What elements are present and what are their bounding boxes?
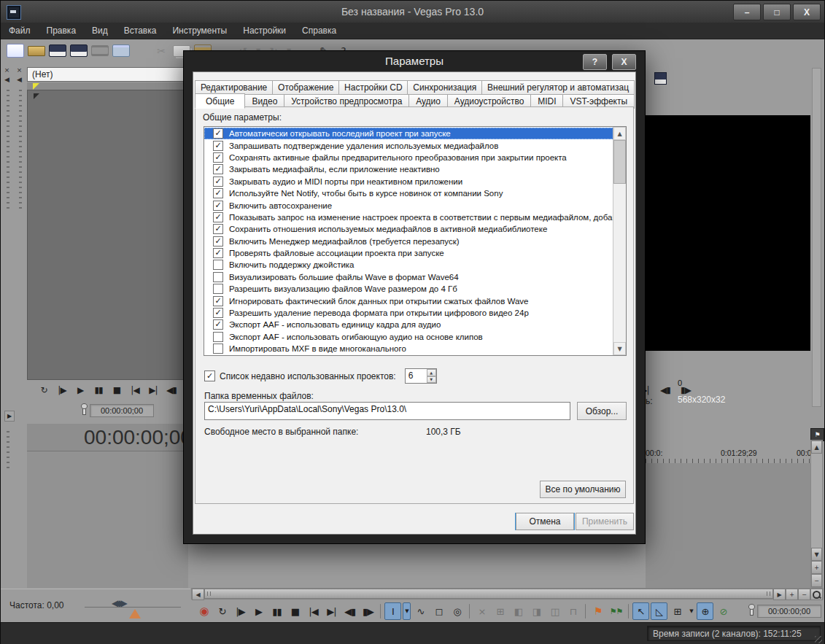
video-preview[interactable]: [646, 115, 810, 351]
transport-tool-button[interactable]: ◎: [449, 602, 465, 620]
recent-count-value[interactable]: 6: [406, 369, 427, 383]
dialog-tab[interactable]: Общие: [195, 93, 245, 109]
transport-tool-button[interactable]: ⊞: [492, 602, 508, 620]
option-checkbox[interactable]: ✓: [213, 236, 223, 247]
option-row[interactable]: ✓ Разрешить удаление перевода формата пр…: [204, 307, 613, 319]
transport-tool-button[interactable]: ◀▮: [341, 602, 358, 620]
menu-item[interactable]: Настройки: [235, 23, 294, 38]
transport-tool-button[interactable]: ▼: [403, 602, 411, 620]
transport-tool-button[interactable]: ▶: [250, 602, 267, 620]
transport-tool-button[interactable]: ▮▶: [360, 602, 376, 620]
option-row[interactable]: ✓ Сохранить отношения используемых медиа…: [204, 223, 613, 235]
rate-slider-track[interactable]: [85, 607, 181, 608]
transport-tool-button[interactable]: ↖: [632, 602, 649, 620]
zoom-out-time-button[interactable]: −: [798, 589, 810, 600]
scroll-up-icon[interactable]: ▲: [811, 441, 822, 454]
apply-button[interactable]: Применить: [576, 513, 634, 530]
option-row[interactable]: ✓ Игнорировать фактический блок данных п…: [204, 295, 613, 306]
dialog-tab[interactable]: Редактирование: [195, 80, 273, 95]
spin-down-icon[interactable]: ▼: [427, 376, 436, 384]
option-checkbox[interactable]: ✓: [213, 201, 223, 211]
close-button[interactable]: X: [793, 4, 821, 20]
dialog-close-button[interactable]: X: [612, 54, 636, 70]
toolbar-button-icon[interactable]: [70, 44, 88, 57]
zoom-out-track-button[interactable]: −: [811, 574, 822, 587]
recent-count-spinner[interactable]: 6 ▲ ▼: [405, 368, 437, 384]
transport-tool-button[interactable]: ◧: [510, 602, 527, 620]
options-list[interactable]: ✓ Автоматически открывать последний прое…: [204, 126, 627, 356]
transport-button-icon[interactable]: ◀▮: [163, 383, 179, 397]
option-checkbox[interactable]: [213, 272, 223, 282]
transport-button-icon[interactable]: ■: [109, 383, 125, 397]
scroll-left-icon[interactable]: ◀: [192, 589, 204, 600]
transport-tool-button[interactable]: ⊕: [697, 602, 713, 620]
track-header-area[interactable]: [27, 451, 188, 588]
transport-button-icon[interactable]: ▶: [72, 383, 88, 397]
dock-close-icon[interactable]: ×: [2, 65, 12, 74]
option-checkbox[interactable]: ✓: [213, 141, 223, 151]
dialog-tab[interactable]: Синхронизация: [407, 80, 482, 95]
option-checkbox[interactable]: ✓: [213, 319, 223, 330]
option-row[interactable]: ✓ Проверять файловые ассоциации проекта …: [204, 247, 613, 259]
toolbar-button-icon[interactable]: [91, 45, 109, 56]
scroll-up-icon[interactable]: ▲: [613, 127, 626, 140]
zoom-in-time-button[interactable]: +: [786, 589, 798, 600]
option-checkbox[interactable]: ✓: [213, 152, 223, 163]
option-checkbox[interactable]: ✓: [213, 224, 223, 234]
rate-marker-icon[interactable]: [129, 609, 141, 618]
transport-tool-button[interactable]: ▼: [687, 602, 695, 620]
option-row[interactable]: Визуализировать большие файлы Wave в фор…: [204, 271, 613, 283]
transport-button-icon[interactable]: |▶: [54, 383, 70, 397]
hscroll-thumb[interactable]: [204, 589, 773, 599]
timeline-timecode-display[interactable]: 00:00:00;00: [27, 424, 188, 451]
transport-tool-button[interactable]: ◺: [651, 602, 667, 620]
option-row[interactable]: Экспорт AAF - использовать огибающую ауд…: [204, 331, 613, 343]
option-checkbox[interactable]: ✓: [213, 164, 223, 174]
transport-button-icon[interactable]: |◀: [127, 383, 143, 397]
right-scrollbar[interactable]: [812, 68, 821, 407]
transport-tool-button[interactable]: |▶: [232, 602, 249, 620]
dock-collapse-icon[interactable]: ◀: [2, 74, 12, 84]
option-checkbox[interactable]: ✓: [213, 212, 223, 222]
option-checkbox[interactable]: ✓: [213, 176, 223, 187]
option-row[interactable]: ✓ Показывать запрос на изменение настрое…: [204, 212, 613, 223]
dock-grip-handle[interactable]: [7, 431, 9, 470]
timeline-ruler[interactable]: 0:01:29;2900:01:44;2900:0:: [646, 447, 810, 464]
temp-folder-input[interactable]: C:\Users\Yuri\AppData\Local\Sony\Vegas P…: [204, 402, 570, 420]
option-checkbox[interactable]: [213, 344, 223, 354]
recent-projects-checkbox[interactable]: ✓: [204, 371, 215, 381]
transport-tool-button[interactable]: ◫: [546, 602, 563, 620]
transport-tool-button[interactable]: ⊞: [669, 602, 686, 620]
options-list-scrollbar[interactable]: ▲ ▼: [613, 127, 626, 355]
menu-item[interactable]: Файл: [1, 23, 39, 38]
rate-slider-handle[interactable]: ◀◆▶: [112, 598, 125, 608]
resize-grip-icon[interactable]: [815, 636, 822, 643]
scroll-down-icon[interactable]: ▼: [613, 342, 626, 355]
transport-tool-button[interactable]: ⚑: [589, 602, 606, 620]
trimmer-display[interactable]: [27, 90, 188, 380]
transport-tool-button[interactable]: ◉: [195, 602, 212, 620]
scroll-down-icon[interactable]: ▼: [811, 548, 822, 561]
zoom-in-track-button[interactable]: +: [811, 561, 822, 574]
maximize-button[interactable]: □: [763, 4, 791, 20]
dock-grip-handle[interactable]: [7, 90, 9, 212]
transport-tool-button[interactable]: ⚑⚑: [608, 602, 624, 620]
dialog-tab[interactable]: Отображение: [272, 80, 339, 95]
option-checkbox[interactable]: ✓: [213, 296, 223, 306]
option-checkbox[interactable]: [213, 332, 223, 342]
dock-grip-handle[interactable]: [19, 90, 22, 212]
toolbar-button-icon[interactable]: [133, 43, 150, 59]
option-row[interactable]: Импортировать MXF в виде многоканального: [204, 343, 613, 354]
menu-item[interactable]: Инструменты: [164, 23, 235, 38]
toolbar-button-icon[interactable]: [49, 44, 66, 57]
transport-tool-button[interactable]: ⊓: [565, 602, 581, 620]
option-checkbox[interactable]: ✓: [213, 188, 223, 198]
transport-tool-button[interactable]: ▶|: [323, 602, 340, 620]
option-row[interactable]: ✓ Закрывать медиафайлы, если приложение …: [204, 163, 613, 175]
scroll-right-icon[interactable]: ▶: [773, 589, 786, 600]
cancel-button[interactable]: Отмена: [516, 513, 574, 530]
transport-tool-button[interactable]: [585, 604, 586, 618]
transport-button-icon[interactable]: ▮▮: [90, 383, 106, 397]
transport-tool-button[interactable]: ⊘: [715, 602, 732, 620]
dock-collapse-icon[interactable]: ◀: [15, 74, 24, 84]
